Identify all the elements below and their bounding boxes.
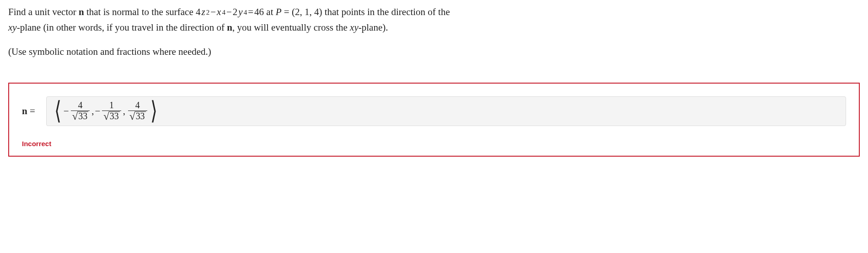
xy: xy xyxy=(8,22,17,33)
denominator: √ 33 xyxy=(71,111,90,122)
instruction-line: (Use symbolic notation and fractions whe… xyxy=(8,44,860,60)
sqrt: √ 33 xyxy=(103,111,120,122)
numerator: 1 xyxy=(108,100,115,111)
text: that is normal to the surface xyxy=(84,6,196,17)
answer-input[interactable]: ⟨ − 4 √ 33 , − 1 xyxy=(46,96,846,126)
term-3-fraction: 4 √ 33 xyxy=(128,100,147,122)
text: that points in the direction of the xyxy=(322,6,450,17)
term-1-sign: − xyxy=(64,105,69,117)
text: -plane). xyxy=(359,22,388,33)
problem-line-1: Find a unit vector n that is normal to t… xyxy=(8,5,860,35)
text: = xyxy=(282,6,292,17)
angle-open-icon: ⟨ xyxy=(54,101,61,121)
answer-label: n = xyxy=(22,105,35,117)
text: , you will eventually cross the xyxy=(232,22,350,33)
numerator: 4 xyxy=(134,100,141,111)
separator: , xyxy=(91,105,94,117)
xy: xy xyxy=(350,22,359,33)
vector-n: n xyxy=(227,22,232,33)
var-z: z xyxy=(202,5,205,20)
sqrt: √ 33 xyxy=(72,111,89,122)
term-2-fraction: 1 √ 33 xyxy=(102,100,121,122)
numerator: 4 xyxy=(76,100,84,111)
text: Find a unit vector xyxy=(8,6,79,17)
minus: − xyxy=(226,5,232,20)
radicand: 33 xyxy=(135,111,146,121)
vector-n: n xyxy=(79,6,84,17)
coef: 4 xyxy=(196,5,201,20)
equals: = xyxy=(248,5,253,20)
separator: , xyxy=(123,105,125,117)
feedback-text: Incorrect xyxy=(22,140,846,148)
coef: 2 xyxy=(233,5,238,20)
rhs: 46 xyxy=(254,5,264,20)
minus: − xyxy=(210,5,216,20)
denominator: √ 33 xyxy=(102,111,121,122)
answer-expression: ⟨ − 4 √ 33 , − 1 xyxy=(53,100,159,122)
var-y: y xyxy=(238,5,242,20)
point-P: P xyxy=(276,6,282,17)
equals: = xyxy=(27,105,35,116)
radicand: 33 xyxy=(77,111,88,121)
term-2-sign: − xyxy=(95,105,100,117)
vector-n: n xyxy=(22,105,27,116)
text: at xyxy=(264,6,276,17)
answer-row: n = ⟨ − 4 √ 33 , − 1 xyxy=(22,96,846,126)
term-1-fraction: 4 √ 33 xyxy=(71,100,90,122)
point-coords: (2, 1, 4) xyxy=(292,6,322,17)
answer-panel: n = ⟨ − 4 √ 33 , − 1 xyxy=(8,83,860,157)
radicand: 33 xyxy=(109,111,120,121)
sqrt: √ 33 xyxy=(129,111,146,122)
surface-equation: 4z2 − x4 − 2y4 = 46 xyxy=(196,5,264,20)
problem-statement: Find a unit vector n that is normal to t… xyxy=(0,0,868,60)
text: -plane (in other words, if you travel in… xyxy=(17,22,227,33)
denominator: √ 33 xyxy=(128,111,147,122)
angle-close-icon: ⟩ xyxy=(150,101,157,121)
var-x: x xyxy=(217,5,221,20)
